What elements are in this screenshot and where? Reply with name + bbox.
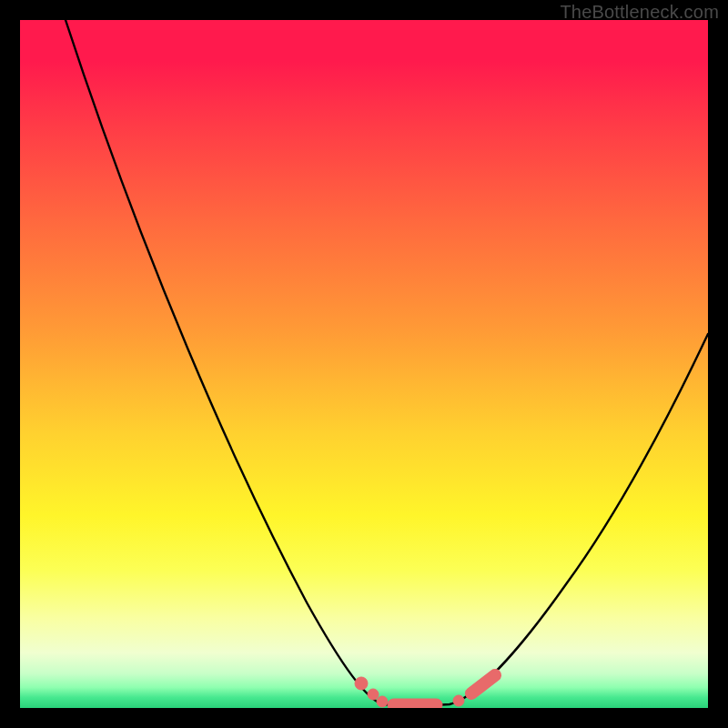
marker-pill-right [471,675,495,693]
plot-area [20,20,708,708]
watermark-text: TheBottleneck.com [560,2,719,23]
marker-pill [388,699,442,708]
bottleneck-curve [66,20,708,705]
svg-line-0 [471,675,495,693]
marker-dot [355,677,368,690]
valley-markers [355,675,495,708]
marker-dot [453,695,464,706]
bottleneck-curve-svg [20,20,708,708]
marker-dot [368,689,379,700]
marker-dot [377,696,388,707]
chart-frame: TheBottleneck.com [0,0,728,728]
